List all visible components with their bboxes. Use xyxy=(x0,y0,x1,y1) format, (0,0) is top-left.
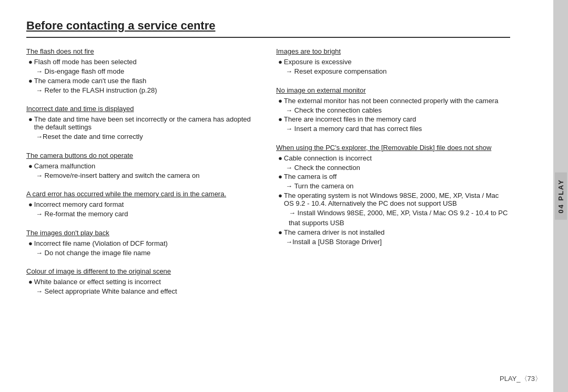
section-title-bright: Images are too bright xyxy=(276,47,341,55)
section-item: ●Cable connection is incorrect xyxy=(278,154,510,162)
section-item: ●The operating system is not Windows 98S… xyxy=(278,192,510,207)
section-title-date: Incorrect date and time is displayed xyxy=(26,105,134,113)
section-content-buttons: ●Camera malfunction→ Remove/re-insert ba… xyxy=(28,162,260,181)
section-buttons: The camera buttons do not operate●Camera… xyxy=(26,152,260,181)
bullet-icon: ● xyxy=(28,239,33,247)
section-item: → Install Windows 98SE, 2000, ME, XP, Vi… xyxy=(278,208,510,228)
section-card: A card error has occurred while the memo… xyxy=(26,190,260,219)
bullet-icon: ● xyxy=(28,162,33,170)
item-text: The camera is off xyxy=(284,173,337,180)
section-item: → Turn the camera on xyxy=(278,181,510,192)
bullet-icon: ● xyxy=(28,58,33,66)
section-explorer: When using the PC's explorer, the [Remov… xyxy=(276,144,510,247)
section-content-playback: ●Incorrect file name (Violation of DCF f… xyxy=(28,239,260,258)
page-content: Before contacting a service centre The f… xyxy=(0,0,536,322)
section-item: → Dis-engage flash off mode xyxy=(28,66,260,77)
section-item: ●The camera driver is not installed xyxy=(278,228,510,236)
bullet-icon: ● xyxy=(278,97,282,105)
section-title-buttons: The camera buttons do not operate xyxy=(26,152,133,159)
page-footer: PLAY_〈73〉 xyxy=(500,374,542,384)
section-title-explorer: When using the PC's explorer, the [Remov… xyxy=(276,144,491,152)
section-monitor: No image on external monitor●The externa… xyxy=(276,86,510,134)
item-text: Exposure is excessive xyxy=(284,58,352,66)
section-item: →Reset the date and time correctly xyxy=(28,132,260,142)
item-text: There are incorrect files in the memory … xyxy=(284,115,416,123)
section-item: → Check the connection cables xyxy=(278,105,510,116)
section-flash: The flash does not fire●Flash off mode h… xyxy=(26,47,260,95)
side-tab-label: 04 PLAY xyxy=(555,173,567,220)
section-title-playback: The images don't play back xyxy=(26,229,109,237)
bullet-icon: ● xyxy=(278,115,282,123)
section-item: → Insert a memory card that has correct … xyxy=(278,124,510,134)
section-item: ●Incorrect file name (Violation of DCF f… xyxy=(28,239,260,247)
item-text: The operating system is not Windows 98SE… xyxy=(284,192,510,207)
section-item: → Select appropriate White balance and e… xyxy=(28,286,260,297)
section-item: → Remove/re-insert battery and switch th… xyxy=(28,170,260,181)
section-item: ●White balance or effect setting is inco… xyxy=(28,278,260,286)
section-playback: The images don't play back●Incorrect fil… xyxy=(26,229,260,258)
section-colour: Colour of image is different to the orig… xyxy=(26,267,260,297)
section-item: → Refer to the FLASH instruction (p.28) xyxy=(28,85,260,96)
section-item: ●There are incorrect files in the memory… xyxy=(278,115,510,123)
item-text: Camera malfunction xyxy=(34,162,95,170)
right-column: Images are too bright●Exposure is excess… xyxy=(276,47,510,306)
section-item: → Do not change the image file name xyxy=(28,248,260,258)
page-title: Before contacting a service centre xyxy=(26,19,510,38)
bullet-icon: ● xyxy=(28,77,33,85)
section-item: → Re-format the memory card xyxy=(28,209,260,219)
section-title-monitor: No image on external monitor xyxy=(276,86,366,94)
section-bright: Images are too bright●Exposure is excess… xyxy=(276,47,510,77)
bullet-icon: ● xyxy=(28,278,33,286)
item-text: The date and time have been set incorrec… xyxy=(34,115,260,131)
bullet-icon: ● xyxy=(278,192,282,199)
section-item: →Install a [USB Storage Driver] xyxy=(278,237,510,247)
section-date: Incorrect date and time is displayed●The… xyxy=(26,105,260,142)
bullet-icon: ● xyxy=(28,200,33,208)
section-content-bright: ●Exposure is excessive→ Reset exposure c… xyxy=(278,58,510,77)
section-content-card: ●Incorrect memory card format→ Re-format… xyxy=(28,200,260,219)
bullet-icon: ● xyxy=(278,58,282,66)
section-item: → Reset exposure compensation xyxy=(278,66,510,77)
item-text: The external monitor has not been connec… xyxy=(284,97,499,105)
bullet-icon: ● xyxy=(28,115,33,123)
section-item: ●The camera mode can't use the flash xyxy=(28,77,260,85)
columns-container: The flash does not fire●Flash off mode h… xyxy=(26,47,510,306)
section-title-colour: Colour of image is different to the orig… xyxy=(26,267,171,275)
section-title-card: A card error has occurred while the memo… xyxy=(26,190,226,198)
section-content-date: ●The date and time have been set incorre… xyxy=(28,115,260,142)
bullet-icon: ● xyxy=(278,173,282,180)
bullet-icon: ● xyxy=(278,154,282,162)
side-tab: 04 PLAY xyxy=(553,0,568,392)
item-text: Cable connection is incorrect xyxy=(284,154,372,162)
item-text: The camera driver is not installed xyxy=(284,228,384,236)
section-item: ●Incorrect memory card format xyxy=(28,200,260,208)
item-text: Incorrect file name (Violation of DCF fo… xyxy=(34,239,168,247)
item-text: Incorrect memory card format xyxy=(34,200,124,208)
bullet-icon: ● xyxy=(278,228,282,236)
section-item: ●The camera is off xyxy=(278,173,510,180)
section-item: ●The date and time have been set incorre… xyxy=(28,115,260,131)
section-item: ●The external monitor has not been conne… xyxy=(278,97,510,105)
item-text: The camera mode can't use the flash xyxy=(34,77,146,85)
section-content-colour: ●White balance or effect setting is inco… xyxy=(28,278,260,297)
section-content-explorer: ●Cable connection is incorrect→ Check th… xyxy=(278,154,510,247)
section-item: ●Camera malfunction xyxy=(28,162,260,170)
left-column: The flash does not fire●Flash off mode h… xyxy=(26,47,260,306)
section-item: ●Exposure is excessive xyxy=(278,58,510,66)
item-text: White balance or effect setting is incor… xyxy=(34,278,161,286)
item-text: Flash off mode has been selected xyxy=(34,58,137,66)
section-content-flash: ●Flash off mode has been selected→ Dis-e… xyxy=(28,58,260,95)
section-content-monitor: ●The external monitor has not been conne… xyxy=(278,97,510,134)
section-item: ●Flash off mode has been selected xyxy=(28,58,260,66)
section-title-flash: The flash does not fire xyxy=(26,47,94,55)
section-item: → Check the connection xyxy=(278,163,510,173)
